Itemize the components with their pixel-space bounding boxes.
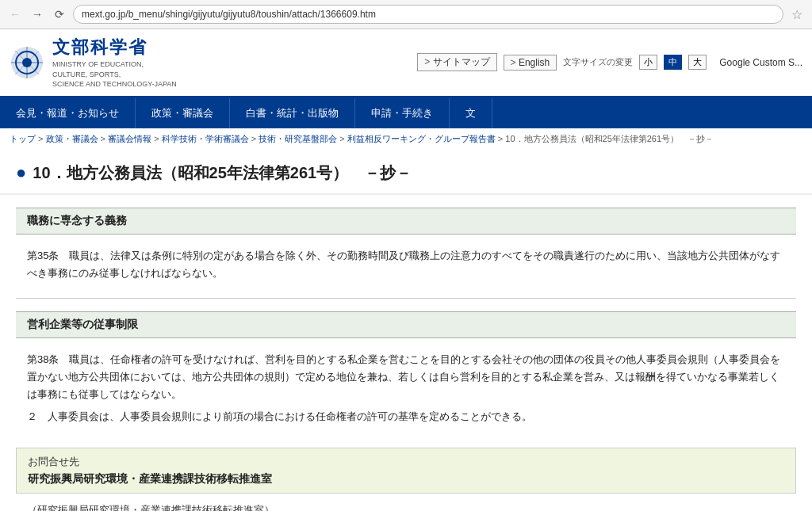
forward-button[interactable]: →	[29, 6, 46, 23]
google-search[interactable]: Google Custom S...	[719, 57, 802, 68]
breadcrumb-council[interactable]: 審議会情報	[108, 134, 151, 143]
nav-item-news[interactable]: 会見・報道・お知らせ	[0, 98, 136, 128]
ministry-emblem	[10, 45, 44, 80]
section-text-1: 第35条 職員は、法律又は条例に特別の定がある場合を除く外、その勤務時間及び職務…	[16, 242, 796, 292]
breadcrumb: トップ > 政策・審議会 > 審議会情報 > 科学技術・学術審議会 > 技術・研…	[0, 128, 812, 150]
breadcrumb-science[interactable]: 科学技術・学術審議会	[162, 134, 249, 143]
bookmark-icon[interactable]: ☆	[788, 7, 806, 22]
font-medium-button[interactable]: 中	[664, 55, 682, 70]
breadcrumb-conflict[interactable]: 利益相反ワーキング・グループ報告書	[347, 134, 496, 143]
browser-toolbar: ← → ⟳ ☆	[0, 0, 812, 29]
font-size-label: 文字サイズの変更	[563, 56, 633, 68]
title-bullet: ●	[16, 162, 26, 183]
logo-text-area: 文部科学省 MINISTRY OF EDUCATION, CULTURE, SP…	[52, 36, 177, 90]
logo-text-english: MINISTRY OF EDUCATION, CULTURE, SPORTS, …	[52, 59, 177, 90]
nav-item-policy[interactable]: 政策・審議会	[136, 98, 230, 128]
section-text-2: 第38条 職員は、任命権者の許可を受けなければ、営利を目的とする私企業を営むこと…	[16, 346, 796, 435]
breadcrumb-top[interactable]: トップ	[10, 134, 36, 143]
english-button[interactable]: English	[504, 55, 557, 71]
section-paragraph-2a: 第38条 職員は、任命権者の許可を受けなければ、営利を目的とする私企業を営むこと…	[27, 351, 785, 403]
page-title: ● 10．地方公務員法（昭和25年法律第261号） －抄－	[16, 162, 796, 184]
breadcrumb-policy[interactable]: 政策・審議会	[46, 134, 98, 143]
nav-item-publications[interactable]: 白書・統計・出版物	[230, 98, 355, 128]
logo-area: 文部科学省 MINISTRY OF EDUCATION, CULTURE, SP…	[10, 36, 177, 90]
page-title-area: ● 10．地方公務員法（昭和25年法律第261号） －抄－	[0, 150, 812, 195]
main-nav: 会見・報道・お知らせ 政策・審議会 白書・統計・出版物 申請・手続き 文	[0, 98, 812, 128]
address-bar[interactable]	[73, 5, 783, 24]
section-paragraph-1: 第35条 職員は、法律又は条例に特別の定がある場合を除く外、その勤務時間及び職務…	[27, 247, 785, 282]
font-small-button[interactable]: 小	[639, 55, 657, 70]
contact-name: 研究振興局研究環境・産業連携課技術移転推進室	[28, 472, 784, 486]
site-header: 文部科学省 MINISTRY OF EDUCATION, CULTURE, SP…	[0, 29, 812, 98]
divider-1	[16, 298, 796, 299]
section-paragraph-2b: ２ 人事委員会は、人事委員会規則により前項の場合における任命権者の許可の基準を定…	[27, 408, 785, 425]
nav-item-procedures[interactable]: 申請・手続き	[355, 98, 450, 128]
back-button[interactable]: ←	[6, 6, 24, 23]
content-area: 職務に専念する義務 第35条 職員は、法律又は条例に特別の定がある場合を除く外、…	[0, 208, 812, 511]
contact-box: お問合せ先 研究振興局研究環境・産業連携課技術移転推進室	[16, 448, 796, 494]
page-title-text: 10．地方公務員法（昭和25年法律第261号） －抄－	[33, 162, 412, 184]
breadcrumb-current: 10．地方公務員法（昭和25年法律第261号） －抄－	[505, 134, 714, 143]
page-wrapper: 文部科学省 MINISTRY OF EDUCATION, CULTURE, SP…	[0, 29, 812, 511]
contact-label: お問合せ先	[28, 455, 784, 469]
breadcrumb-research[interactable]: 技術・研究基盤部会	[259, 134, 337, 143]
reload-button[interactable]: ⟳	[51, 6, 68, 23]
section-heading-2: 営利企業等の従事制限	[16, 311, 796, 338]
section-heading-1: 職務に専念する義務	[16, 208, 796, 235]
browser-chrome: ← → ⟳ ☆	[0, 0, 812, 29]
font-large-button[interactable]: 大	[688, 55, 707, 70]
logo-text-japanese: 文部科学省	[52, 36, 177, 59]
sitemap-button[interactable]: サイトマップ	[417, 53, 496, 71]
contact-sub: （研究振興局研究環境・産業連携課技術移転推進室）	[16, 500, 796, 511]
header-right: サイトマップ English 文字サイズの変更 小 中 大 Google Cus…	[417, 53, 802, 71]
nav-item-more[interactable]: 文	[450, 98, 492, 128]
